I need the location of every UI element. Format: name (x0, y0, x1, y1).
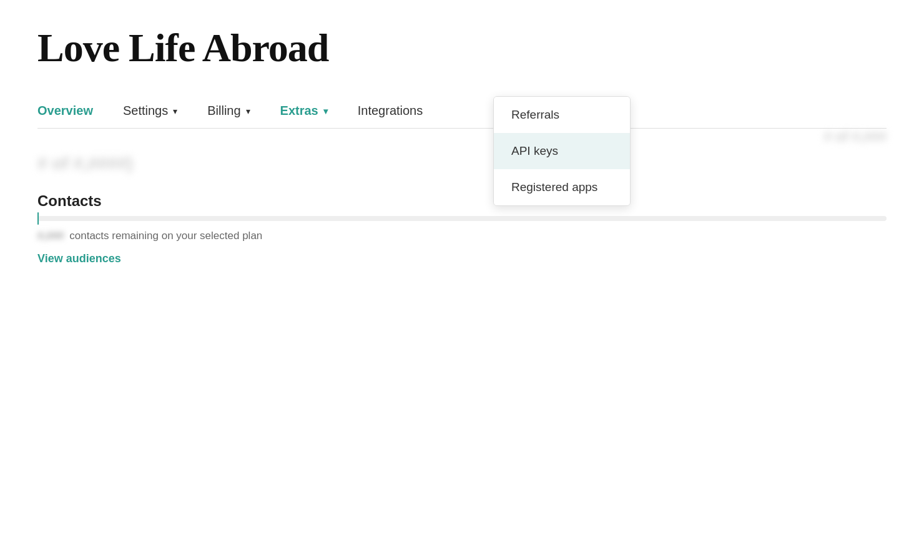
contacts-label: Contacts (37, 192, 887, 210)
contacts-remaining: #,### contacts remaining on your selecte… (37, 230, 887, 242)
chevron-down-icon: ▾ (323, 106, 328, 116)
dropdown-item-registered-apps[interactable]: Registered apps (494, 169, 630, 205)
top-right-stat: # of #,### (824, 129, 887, 145)
contacts-progress-bar (37, 216, 887, 221)
nav-label-overview: Overview (37, 104, 93, 118)
contacts-remaining-suffix: contacts remaining on your selected plan (69, 230, 262, 242)
nav-label-extras: Extras (280, 104, 318, 118)
nav-item-extras[interactable]: Extras ▾ (265, 96, 343, 128)
dropdown-item-api-keys[interactable]: API keys (494, 133, 630, 169)
nav-label-settings: Settings (123, 104, 168, 118)
contacts-count-blurred: #,### (37, 230, 64, 242)
nav-item-overview[interactable]: Overview (37, 96, 108, 128)
chevron-down-icon: ▾ (246, 106, 250, 116)
nav-item-settings[interactable]: Settings ▾ (108, 96, 192, 128)
page-wrapper: Love Life Abroad Overview Settings ▾ Bil… (0, 0, 924, 265)
nav-item-billing[interactable]: Billing ▾ (192, 96, 265, 128)
view-audiences-link[interactable]: View audiences (37, 252, 121, 265)
dropdown-item-referrals[interactable]: Referrals (494, 97, 630, 133)
contacts-bar-fill (37, 212, 39, 225)
site-title: Love Life Abroad (37, 25, 887, 71)
nav-bar: Overview Settings ▾ Billing ▾ Extras ▾ I… (37, 96, 887, 129)
nav-label-integrations: Integrations (358, 104, 423, 118)
nav-item-integrations[interactable]: Integrations (343, 96, 438, 128)
extras-dropdown: Referrals API keys Registered apps (493, 96, 631, 206)
nav-label-billing: Billing (207, 104, 240, 118)
main-content: # of #,### # of #,####) Contacts #,### c… (37, 129, 887, 265)
nav-section: Overview Settings ▾ Billing ▾ Extras ▾ I… (37, 96, 887, 129)
dropdown-menu: Referrals API keys Registered apps (493, 96, 631, 206)
blurred-stat: # of #,####) (37, 154, 133, 174)
chevron-down-icon: ▾ (173, 106, 177, 116)
